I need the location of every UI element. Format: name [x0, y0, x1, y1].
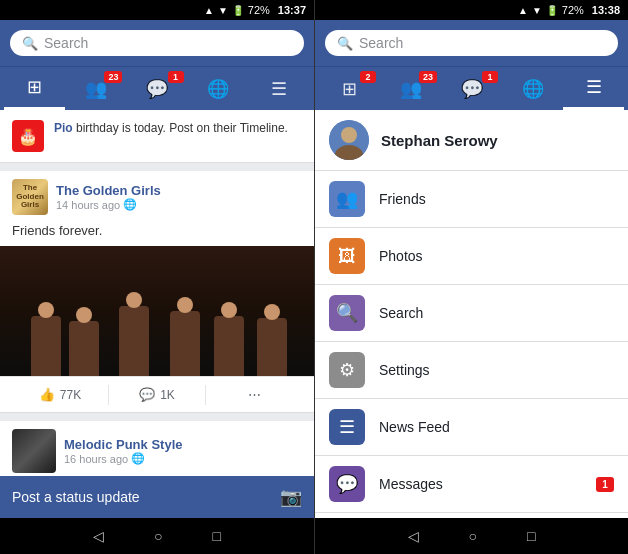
r-nav-messages[interactable]: 💬 1	[441, 67, 502, 110]
avatar-art: TheGoldenGirls	[12, 179, 48, 215]
battery-icon: 🔋	[232, 5, 244, 16]
right-menu-list: Stephan Serowy 👥 Friends 🖼 Photos 🔍 Sear…	[315, 110, 628, 518]
post-author[interactable]: The Golden Girls	[56, 183, 302, 198]
nav-menu[interactable]: ☰	[249, 67, 310, 110]
menu-item-photos[interactable]: 🖼 Photos	[315, 228, 628, 285]
photos-menu-icon: 🖼	[329, 238, 365, 274]
more-button[interactable]: ⋯	[206, 383, 302, 406]
melodic-post: Melodic Punk Style 16 hours ago 🌐 Satani…	[0, 421, 314, 476]
messages-icon: 💬	[146, 78, 168, 100]
friends-menu-icon: 👥	[329, 181, 365, 217]
r-signal-icon: ▲	[518, 5, 528, 16]
melodic-author[interactable]: Melodic Punk Style	[64, 437, 302, 452]
nav-friends[interactable]: 👥 23	[65, 67, 126, 110]
right-phone: ▲ ▼ 🔋 72% 13:38 🔍 Search ⊞ 2 👥 23 💬 1 🌐 …	[314, 0, 628, 554]
friends-label: Friends	[379, 191, 614, 207]
menu-item-notifications[interactable]: 🔔 Notifications	[315, 513, 628, 518]
battery-percent: 72%	[248, 4, 270, 16]
r-battery-icon: 🔋	[546, 5, 558, 16]
profile-name: Stephan Serowy	[381, 132, 498, 149]
nav-home[interactable]: ⊞	[4, 67, 65, 110]
nav-globe[interactable]: 🌐	[188, 67, 249, 110]
figure5	[214, 316, 244, 376]
left-search-input[interactable]: 🔍 Search	[10, 30, 304, 56]
right-nav-bar: ⊞ 2 👥 23 💬 1 🌐 ☰	[315, 66, 628, 110]
figure6	[257, 318, 287, 376]
figure1	[31, 316, 61, 376]
r-recent-button[interactable]: □	[527, 528, 535, 544]
messages-menu-icon: 💬	[329, 466, 365, 502]
r-nav-home[interactable]: ⊞ 2	[319, 67, 380, 110]
photos-label: Photos	[379, 248, 614, 264]
post-image	[0, 246, 314, 376]
nav-messages[interactable]: 💬 1	[126, 67, 187, 110]
melodic-avatar	[12, 429, 56, 473]
menu-item-friends[interactable]: 👥 Friends	[315, 171, 628, 228]
profile-avatar	[329, 120, 369, 160]
r-back-button[interactable]: ◁	[408, 528, 419, 544]
r-messages-badge: 1	[482, 71, 498, 83]
search-label: Search	[44, 35, 88, 51]
r-search-label: Search	[359, 35, 403, 51]
friends-badge: 23	[104, 71, 122, 83]
r-battery-percent: 72%	[562, 4, 584, 16]
birthday-icon: 🎂	[12, 120, 44, 152]
melodic-meta: Melodic Punk Style 16 hours ago 🌐	[64, 437, 302, 465]
r-home-badge: 2	[360, 71, 376, 83]
golden-girls-post: TheGoldenGirls The Golden Girls 14 hours…	[0, 171, 314, 413]
menu-item-settings[interactable]: ⚙ Settings	[315, 342, 628, 399]
r-nav-menu[interactable]: ☰	[563, 67, 624, 110]
back-button[interactable]: ◁	[93, 528, 104, 544]
r-search-icon: 🔍	[337, 36, 353, 51]
signal-icon: ▲	[204, 5, 214, 16]
left-phone: ▲ ▼ 🔋 72% 13:37 🔍 Search ⊞ 👥 23 💬 1 🌐 ☰	[0, 0, 314, 554]
like-count: 77K	[60, 388, 81, 402]
melodic-art	[12, 429, 56, 473]
globe-small-icon: 🌐	[123, 198, 137, 211]
left-search-bar: 🔍 Search	[0, 20, 314, 66]
golden-girls-avatar: TheGoldenGirls	[12, 179, 48, 215]
r-messages-icon: 💬	[461, 78, 483, 100]
like-icon: 👍	[39, 387, 55, 402]
right-search-input[interactable]: 🔍 Search	[325, 30, 618, 56]
recent-button[interactable]: □	[213, 528, 221, 544]
post-body: Friends forever.	[0, 223, 314, 246]
messages-badge: 1	[168, 71, 184, 83]
messages-menu-label: Messages	[379, 476, 582, 492]
comment-count: 1K	[160, 388, 175, 402]
like-button[interactable]: 👍 77K	[12, 383, 108, 406]
post-meta: The Golden Girls 14 hours ago 🌐	[56, 183, 302, 211]
r-home-button[interactable]: ○	[469, 528, 477, 544]
right-status-bar: ▲ ▼ 🔋 72% 13:38	[315, 0, 628, 20]
r-wifi-icon: ▼	[532, 5, 542, 16]
status-update-bar[interactable]: Post a status update 📷	[0, 476, 314, 518]
right-android-nav: ◁ ○ □	[315, 518, 628, 554]
home-button[interactable]: ○	[154, 528, 162, 544]
melodic-time: 16 hours ago 🌐	[64, 452, 302, 465]
left-feed: 🎂 Pio birthday is today. Post on their T…	[0, 110, 314, 476]
melodic-post-header: Melodic Punk Style 16 hours ago 🌐	[0, 421, 314, 476]
r-nav-friends[interactable]: 👥 23	[380, 67, 441, 110]
r-nav-globe[interactable]: 🌐	[502, 67, 563, 110]
r-friends-badge: 23	[419, 71, 437, 83]
menu-item-search[interactable]: 🔍 Search	[315, 285, 628, 342]
menu-profile[interactable]: Stephan Serowy	[315, 110, 628, 171]
wifi-icon: ▼	[218, 5, 228, 16]
newsfeed-label: News Feed	[379, 419, 614, 435]
home-icon: ⊞	[27, 76, 42, 98]
left-android-nav: ◁ ○ □	[0, 518, 314, 554]
comment-button[interactable]: 💬 1K	[109, 383, 205, 406]
comment-icon: 💬	[139, 387, 155, 402]
post-actions: 👍 77K 💬 1K ⋯	[0, 376, 314, 412]
figure3	[119, 306, 149, 376]
menu-item-messages[interactable]: 💬 Messages 1	[315, 456, 628, 513]
svg-point-1	[341, 127, 357, 143]
menu-item-newsfeed[interactable]: ☰ News Feed	[315, 399, 628, 456]
figure2	[69, 321, 99, 376]
r-globe-icon: 🌐	[522, 78, 544, 100]
search-icon: 🔍	[22, 36, 38, 51]
image-art	[0, 246, 314, 376]
birthday-text: Pio birthday is today. Post on their Tim…	[54, 120, 288, 137]
more-icon: ⋯	[248, 387, 261, 402]
camera-icon[interactable]: 📷	[280, 486, 302, 508]
